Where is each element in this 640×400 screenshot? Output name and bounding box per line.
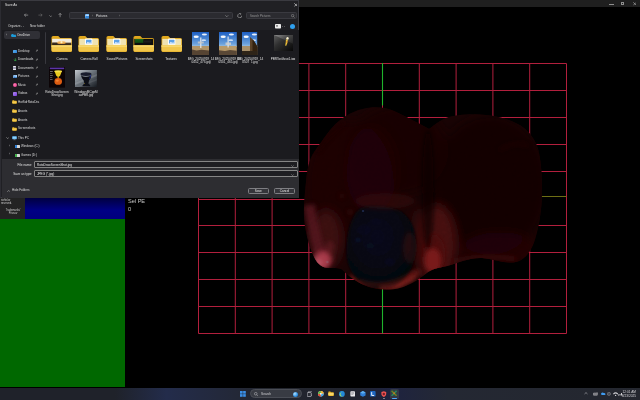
svg-text:Sel PE: Sel PE [128,198,145,204]
svg-text:0: 0 [128,206,131,212]
